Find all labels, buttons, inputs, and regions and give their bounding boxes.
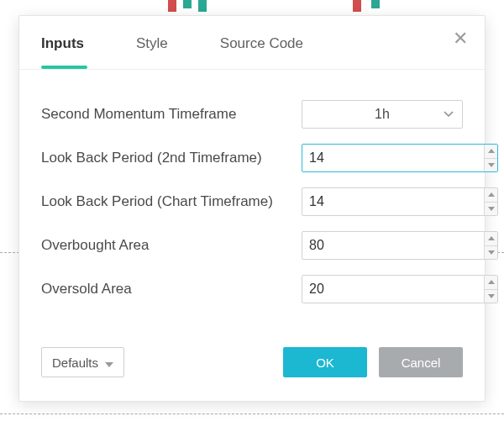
select-second-timeframe[interactable]: 1h — [302, 100, 463, 129]
row-oversold: Oversold Area — [41, 275, 463, 303]
cancel-button[interactable]: Cancel — [379, 347, 463, 377]
spinner — [484, 276, 497, 303]
label-oversold: Oversold Area — [41, 281, 302, 298]
spinner — [484, 232, 497, 259]
select-value: 1h — [375, 107, 390, 122]
spinner — [484, 188, 497, 215]
step-down-icon[interactable] — [485, 246, 497, 260]
close-icon[interactable]: ✕ — [453, 29, 468, 48]
tab-source-code[interactable]: Source Code — [220, 18, 303, 67]
input-overbought-wrap — [302, 231, 498, 260]
modal-footer: Defaults OK Cancel — [19, 347, 485, 401]
step-down-icon[interactable] — [485, 203, 497, 216]
step-down-icon[interactable] — [485, 290, 497, 303]
tab-inputs[interactable]: Inputs — [41, 18, 84, 67]
defaults-button[interactable]: Defaults — [41, 347, 124, 377]
candle — [353, 0, 361, 12]
defaults-label: Defaults — [52, 356, 98, 370]
chevron-down-icon — [444, 111, 454, 118]
input-lookback-chart-wrap — [302, 187, 498, 216]
row-overbought: Overbought Area — [41, 231, 463, 260]
step-up-icon[interactable] — [485, 188, 497, 203]
row-lookback-chart: Look Back Period (Chart Timeframe) — [41, 187, 463, 216]
input-oversold[interactable] — [302, 276, 484, 303]
settings-modal: Inputs Style Source Code ✕ Second Moment… — [18, 15, 486, 402]
tab-style[interactable]: Style — [136, 18, 168, 67]
label-lookback-2nd: Look Back Period (2nd Timeframe) — [41, 150, 302, 166]
step-up-icon[interactable] — [485, 276, 497, 290]
spinner — [484, 145, 497, 171]
candle — [371, 0, 380, 8]
step-up-icon[interactable] — [485, 232, 497, 246]
chevron-down-icon — [105, 356, 113, 370]
tab-bar: Inputs Style Source Code ✕ — [19, 16, 485, 70]
candle — [168, 0, 176, 12]
ok-button[interactable]: OK — [283, 347, 367, 377]
label-overbought: Overbought Area — [41, 237, 302, 254]
row-second-timeframe: Second Momentum Timeframe 1h — [41, 100, 463, 129]
step-down-icon[interactable] — [485, 159, 497, 172]
modal-body: Second Momentum Timeframe 1h Look Back P… — [19, 70, 485, 347]
label-lookback-chart: Look Back Period (Chart Timeframe) — [41, 193, 302, 210]
label-second-timeframe: Second Momentum Timeframe — [41, 106, 302, 123]
candle — [183, 0, 192, 8]
input-oversold-wrap — [302, 275, 498, 303]
candle — [198, 0, 207, 12]
input-overbought[interactable] — [302, 232, 484, 259]
step-up-icon[interactable] — [485, 145, 497, 159]
input-lookback-chart[interactable] — [302, 188, 484, 215]
input-lookback-2nd[interactable] — [302, 145, 484, 171]
input-lookback-2nd-wrap — [302, 144, 498, 172]
row-lookback-2nd: Look Back Period (2nd Timeframe) — [41, 144, 463, 172]
